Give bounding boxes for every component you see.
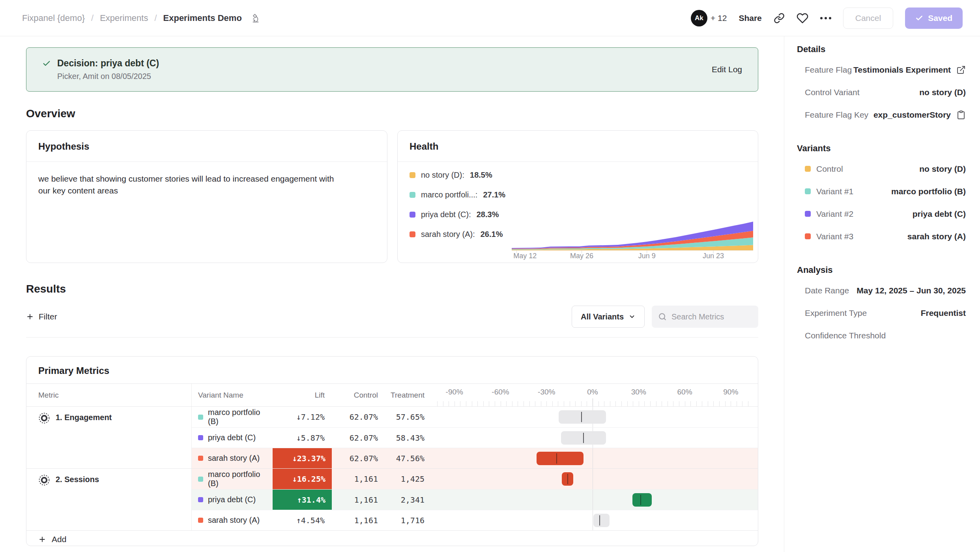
axis-tick-label: 30% (631, 388, 646, 396)
axis-rail-tick (495, 401, 495, 406)
zero-line (593, 510, 593, 530)
axis-rail-tick (564, 401, 564, 406)
analysis-value: Frequentist (921, 308, 966, 318)
primary-metrics-card: Primary Metrics Metric Variant Name Lift… (26, 356, 758, 546)
variant-label: Variant #1 (805, 187, 853, 196)
variant-cell: priya debt (C) (192, 428, 273, 448)
hypothesis-body: we believe that showing customer stories… (26, 162, 351, 208)
results-divider (26, 337, 758, 338)
avatar[interactable]: Ak (691, 10, 707, 26)
legend-item: marco portfoli...:27.1% (410, 190, 508, 199)
variants-filter-dropdown[interactable]: All Variants (572, 306, 645, 328)
lift-point-tick (581, 412, 582, 422)
cancel-button[interactable]: Cancel (843, 8, 893, 29)
axis-rail-tick (443, 401, 443, 406)
confidence-interval-cell (431, 510, 758, 530)
legend-swatch (410, 192, 415, 198)
breadcrumb-experiments[interactable]: Experiments (100, 13, 148, 23)
legend-swatch (410, 231, 415, 237)
zero-line (593, 490, 593, 510)
axis-rail-tick (581, 401, 582, 406)
variant-value: marco portfolio (B) (891, 187, 966, 196)
detail-label: Control Variant (805, 88, 860, 97)
copy-link-icon[interactable] (774, 13, 785, 24)
breadcrumb-project[interactable]: Fixpanel {demo} (22, 13, 85, 23)
variant-cell: priya debt (C) (192, 490, 273, 510)
axis-rail-tick (656, 401, 656, 406)
analysis-value: May 12, 2025 – Jun 30, 2025 (857, 286, 966, 295)
legend-value: 27.1% (483, 190, 505, 199)
axis-rail-tick (575, 401, 576, 406)
more-options-icon[interactable] (820, 17, 831, 19)
legend-swatch (410, 212, 415, 218)
x-tick-label: Jun 23 (703, 252, 724, 260)
add-metric-button[interactable]: Add (26, 530, 758, 546)
axis-rail-tick (690, 401, 691, 406)
confidence-interval-bar (593, 514, 610, 527)
breadcrumb-current: Experiments Demo (163, 13, 242, 23)
decision-check-icon (42, 59, 51, 68)
axis-rail-tick (449, 401, 449, 406)
external-link-icon[interactable] (956, 65, 966, 75)
x-tick-label: Jun 9 (638, 252, 656, 260)
overview-heading: Overview (26, 107, 758, 120)
column-header-lift: Lift (273, 384, 332, 406)
decision-subtitle: Picker, Amit on 08/05/2025 (57, 72, 159, 81)
legend-label: sarah story (A): (421, 230, 475, 239)
search-icon (658, 312, 667, 321)
favorite-icon[interactable] (797, 12, 808, 24)
lift-value: ↓7.12% (273, 407, 332, 427)
detail-row: Control Variantno story (D) (793, 81, 967, 103)
variant-swatch (198, 518, 203, 523)
share-button[interactable]: Share (739, 13, 761, 23)
axis-rail-tick (708, 401, 708, 406)
confidence-interval-cell (431, 448, 758, 468)
axis-rail-tick (587, 401, 587, 406)
primary-metrics-title: Primary Metrics (26, 357, 758, 384)
treatment-value: 2,341 (381, 490, 431, 510)
x-tick-label: May 26 (570, 252, 593, 260)
lift-point-tick (567, 474, 568, 484)
axis-tick-label: 0% (587, 388, 598, 396)
detail-value: Testimonials Experiment (853, 65, 951, 75)
metrics-search (652, 306, 758, 328)
clipboard-icon[interactable] (956, 110, 966, 120)
axis-rail-tick (662, 401, 662, 406)
detail-row: Feature Flag Keyexp_customerStory (793, 103, 967, 126)
legend-label: no story (D): (421, 171, 464, 180)
edit-log-button[interactable]: Edit Log (712, 65, 742, 74)
axis-rail-tick (696, 401, 697, 406)
axis-rail-tick (639, 401, 639, 406)
plus-icon (38, 535, 46, 543)
variant-name: marco portfolio (B) (208, 470, 273, 488)
axis-rail-tick (512, 401, 512, 406)
saved-button[interactable]: Saved (905, 8, 963, 29)
confidence-interval-cell (431, 469, 758, 489)
variant-row: Controlno story (D) (793, 158, 967, 180)
confidence-interval-bar (559, 410, 606, 424)
control-value: 1,161 (332, 490, 381, 510)
variant-swatch (198, 456, 203, 461)
treatment-value: 58.43% (381, 428, 431, 448)
variant-swatch (198, 477, 203, 482)
axis-rail-tick (437, 401, 438, 406)
axis-rail-tick (454, 401, 455, 406)
variant-cell: sarah story (A) (192, 510, 273, 530)
column-header-variant: Variant Name (192, 384, 273, 406)
variant-cell: sarah story (A) (192, 448, 273, 468)
variant-name: sarah story (A) (208, 516, 260, 525)
variant-label: Variant #2 (805, 209, 853, 219)
analysis-heading: Analysis (793, 265, 967, 275)
add-filter-button[interactable]: Filter (26, 312, 57, 321)
breadcrumb: Fixpanel {demo} / Experiments / Experime… (22, 13, 261, 23)
variant-swatch (805, 233, 811, 239)
table-row: sarah story (A)↑4.54%1,1611,716 (192, 510, 758, 530)
axis-rail-tick (472, 401, 472, 406)
axis-rail-tick (633, 401, 633, 406)
variant-name: priya debt (C) (208, 433, 256, 442)
metrics-table-body: 1. Engagementmarco portfolio (B)↓7.12%62… (26, 407, 758, 530)
search-metrics-input[interactable] (671, 312, 746, 321)
variant-row: Variant #2priya debt (C) (793, 203, 967, 225)
confidence-interval-bar (537, 452, 584, 465)
decision-banner: Decision: priya debt (C) Picker, Amit on… (26, 47, 758, 92)
